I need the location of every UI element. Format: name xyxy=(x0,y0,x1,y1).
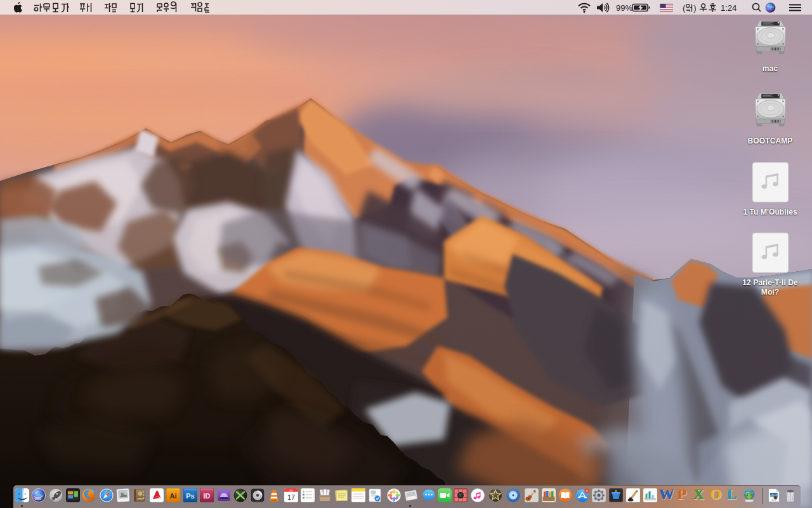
svg-text:MOV: MOV xyxy=(771,499,776,502)
svg-text:ID: ID xyxy=(204,492,211,500)
svg-text:4: 4 xyxy=(586,489,587,493)
svg-text:JUL: JUL xyxy=(289,489,294,492)
svg-text:17: 17 xyxy=(287,493,294,501)
svg-text:Ps: Ps xyxy=(186,492,194,500)
svg-text:Ai: Ai xyxy=(170,492,177,500)
